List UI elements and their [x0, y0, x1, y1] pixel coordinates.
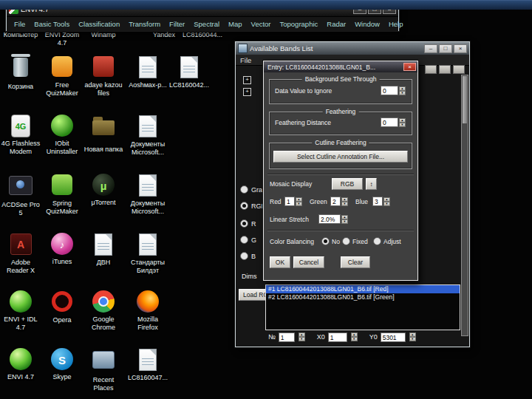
spinner-down-icon[interactable] [341, 219, 348, 224]
radio-icon[interactable] [240, 185, 248, 194]
desktop-icon-lc8160044[interactable]: LC8160044... [182, 31, 223, 39]
maximize-icon[interactable] [439, 44, 452, 53]
r-band-option[interactable]: R [240, 219, 256, 228]
desktop-icon-utorrent[interactable]: µ μTorrent [83, 173, 124, 207]
desktop-icon-dvn[interactable]: ДВН [83, 232, 124, 267]
list-item[interactable]: #2 LC81600442013088LGN01_B6.tif [Green] [266, 293, 460, 301]
desktop-icon-acdsee[interactable]: ACDSee Pro 5 [0, 173, 41, 217]
desktop-icon-iobit[interactable]: IObit Uninstaller [41, 114, 83, 156]
blue-band-field[interactable]: 3 [372, 197, 383, 206]
desktop-icon-winamp[interactable]: Winamp [83, 31, 124, 39]
desktop-icon-standards[interactable]: Стандарты Билдэт [127, 232, 168, 275]
menu-topographic[interactable]: Topographic [276, 20, 323, 28]
desktop-icon-adobe-reader[interactable]: A Adobe Reader X [0, 232, 41, 275]
tree-expander-icon[interactable] [243, 88, 251, 96]
desktop-icon-lc8160047[interactable]: LC8160047... [127, 347, 168, 382]
desktop-icon-ms-doc-1[interactable]: Документы Microsoft... [127, 114, 168, 157]
toolbar-button-2[interactable] [439, 65, 451, 74]
desktop-icon-envi-zoom[interactable]: ENVI Zoom 4.7 [41, 31, 83, 47]
clear-button[interactable]: Clear [341, 256, 370, 268]
radio-icon[interactable] [373, 237, 381, 245]
balance-fixed-option[interactable]: Fixed [342, 237, 368, 245]
entry-dialog-titlebar[interactable]: Entry: LC81600442013088LGN01_B... [264, 61, 417, 72]
y0-field[interactable]: 5301 [381, 332, 406, 342]
balance-adjust-option[interactable]: Adjust [373, 237, 401, 245]
linear-stretch-label: Linear Stretch [270, 216, 309, 223]
balance-no-option[interactable]: No [321, 237, 340, 245]
menu-map[interactable]: Map [224, 20, 246, 28]
menu-vector[interactable]: Vector [247, 20, 276, 28]
desktop-icon-recent-places[interactable]: Recent Places [83, 347, 124, 392]
radio-icon[interactable] [342, 237, 350, 245]
desktop-icon-chrome[interactable]: Google Chrome [83, 290, 124, 332]
red-band-field[interactable]: 1 [284, 197, 295, 206]
desktop-icon-spring-quizmaker[interactable]: Spring QuizMaker [41, 173, 83, 216]
desktop-icon-new-folder[interactable]: Новая папка [83, 114, 124, 154]
ok-button[interactable]: OK [270, 256, 290, 268]
radio-icon[interactable] [321, 237, 330, 245]
desktop-icon-skype[interactable]: S Skype [41, 347, 83, 381]
menu-transform[interactable]: Transform [124, 20, 165, 28]
mosaic-display-dropdown[interactable]: RGB [332, 178, 363, 190]
spinner-down-icon[interactable] [383, 202, 390, 206]
x0-field[interactable]: 1 [328, 332, 347, 342]
minimize-icon[interactable] [424, 44, 437, 53]
radio-icon[interactable] [240, 236, 248, 244]
desktop-icon-ms-doc-2[interactable]: Документы Microsoft... [127, 173, 168, 216]
menu-radar[interactable]: Radar [322, 20, 350, 28]
toolbar-button-1[interactable] [425, 65, 437, 74]
close-icon[interactable] [454, 44, 467, 53]
b-band-option[interactable]: B [240, 252, 256, 260]
desktop-icon-adaye-kazou[interactable]: adaye kazou files [83, 55, 124, 98]
desktop-icon-4g-modem[interactable]: 4G 4G Flashless Modem [0, 114, 41, 156]
vertical-scrollbar[interactable] [461, 75, 468, 336]
menu-classification[interactable]: Classification [74, 20, 124, 28]
green-band-field[interactable]: 2 [330, 197, 341, 206]
desktop-icon-lc8160042[interactable]: LC8160042... [168, 55, 210, 89]
num-field[interactable]: 1 [279, 332, 295, 342]
bands-titlebar[interactable]: Available Bands List [236, 42, 469, 55]
radio-icon[interactable] [240, 202, 248, 210]
band-entry-list[interactable]: #1 LC81600442013088LGN01_B6.tif [Red] #2… [265, 284, 460, 330]
desktop-icon-itunes[interactable]: ♪ iTunes [41, 232, 83, 266]
linear-stretch-field[interactable]: 2.0% [318, 214, 341, 224]
spinner-down-icon[interactable] [341, 202, 348, 206]
menu-file[interactable]: File [10, 20, 30, 28]
g-band-option[interactable]: G [240, 236, 256, 244]
select-cutline-button[interactable]: Select Cutline Annotation File... [273, 151, 408, 163]
menu-filter[interactable]: Filter [165, 20, 189, 28]
spinner-down-icon[interactable] [351, 337, 358, 341]
desktop-icon-free-quizmaker[interactable]: Free QuizMaker [41, 55, 83, 98]
menu-help[interactable]: Help [384, 20, 408, 28]
tree-expander-icon[interactable] [243, 76, 251, 84]
toolbar-button-3[interactable] [453, 65, 465, 74]
desktop-icon-recycle-bin[interactable]: Корзина [0, 55, 41, 91]
menu-file[interactable]: File [240, 56, 251, 64]
desktop-icon-computer[interactable]: Компьютер [0, 31, 41, 39]
desktop-icon-yandex[interactable]: Yandex [143, 31, 185, 39]
taskbar[interactable] [0, 0, 532, 10]
scrollbar-thumb[interactable] [463, 76, 467, 123]
spinner-down-icon[interactable] [296, 202, 302, 206]
data-value-ignore-field[interactable]: 0 [381, 86, 398, 95]
desktop-icon-firefox[interactable]: Mozilla Firefox [127, 290, 168, 332]
spinner-down-icon[interactable] [399, 91, 406, 95]
menu-basic-tools[interactable]: Basic Tools [30, 20, 74, 28]
radio-icon[interactable] [240, 252, 248, 260]
desktop-icon-envi-idl[interactable]: ENVI + IDL 4.7 [0, 290, 41, 332]
radio-icon[interactable] [240, 219, 248, 228]
icon-label: Стандарты Билдэт [127, 259, 168, 275]
close-icon[interactable] [403, 63, 416, 71]
desktop-icon-opera[interactable]: Opera [41, 290, 83, 324]
list-item[interactable]: #1 LC81600442013088LGN01_B6.tif [Red] [266, 285, 460, 293]
updown-icon[interactable]: ↕ [366, 178, 377, 190]
menu-window[interactable]: Window [350, 20, 384, 28]
feathering-distance-field[interactable]: 0 [381, 117, 398, 127]
cancel-button[interactable]: Cancel [293, 256, 324, 268]
spinner-down-icon[interactable] [299, 337, 305, 341]
spinner-down-icon[interactable] [409, 337, 416, 341]
spinner-down-icon[interactable] [399, 123, 406, 127]
desktop-icon-aoshmah[interactable]: Аоshмах-р... [127, 55, 168, 89]
menu-spectral[interactable]: Spectral [189, 20, 224, 28]
desktop-icon-envi47[interactable]: ENVI 4.7 [0, 347, 41, 381]
